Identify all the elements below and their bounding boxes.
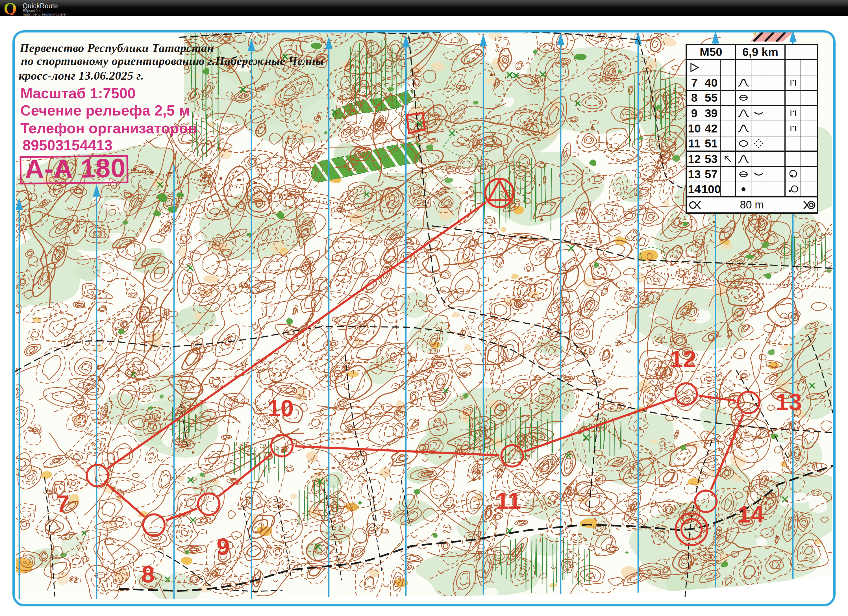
quickroute-window: Q QuickRoute Версия 2.4 matstroeng.se/qu…	[0, 0, 848, 616]
symbol-shallow-icon	[753, 108, 764, 119]
card-row-cell	[801, 167, 817, 182]
card-row-cell	[721, 167, 736, 182]
symbol-depression-icon	[738, 169, 749, 180]
card-row-cell	[721, 106, 736, 121]
symbol-hill-icon	[738, 153, 749, 165]
course-stamp-box: А-А 180	[19, 155, 128, 185]
card-row-cell	[786, 167, 801, 182]
card-row-cell: 9	[687, 106, 702, 121]
symbol-fence-icon	[787, 77, 799, 89]
card-row-cell	[801, 182, 817, 197]
card-row-cell: 57	[702, 167, 721, 182]
funnel-distance: 80 m	[740, 199, 763, 211]
symbol-dotted-diamond-icon	[753, 138, 764, 149]
symbol-dot-circle-icon	[787, 184, 799, 195]
course-stamp-text: А-А 180	[25, 153, 126, 184]
card-row-cell	[752, 182, 766, 197]
control-number: 13	[775, 389, 802, 415]
class-label: М50	[700, 46, 722, 59]
card-row-cell	[736, 76, 752, 91]
control-number: 12	[670, 346, 696, 372]
card-row-cell	[766, 76, 786, 91]
card-row-cell	[786, 121, 801, 136]
card-row-cell	[721, 91, 736, 106]
card-row-cell	[801, 91, 817, 106]
map-title-line-2: по спортивному ориентированию г.Набережн…	[21, 54, 324, 68]
card-row-cell: 13	[687, 167, 702, 182]
card-row-cell	[702, 60, 721, 76]
card-row-cell	[801, 60, 817, 76]
card-row-cell	[736, 106, 752, 121]
control-number: 8	[142, 561, 155, 588]
app-url: matstroeng.se/quickroute/en	[23, 12, 68, 16]
card-row-cell	[721, 136, 736, 152]
symbol-fence-icon	[787, 108, 799, 119]
card-row-cell	[786, 91, 801, 106]
card-class-cell: М50	[687, 45, 736, 60]
symbol-fence-icon	[787, 123, 799, 134]
card-row-cell	[786, 182, 801, 197]
card-row-cell: 100	[702, 182, 721, 197]
symbol-start-chevron-icon	[689, 198, 702, 212]
map-title-line-3: кросс-лонг 13.06.2025 г.	[19, 69, 144, 83]
card-footer: 80 m	[687, 197, 817, 212]
card-row-cell: 11	[687, 136, 702, 152]
card-row-cell	[766, 106, 786, 121]
card-row-cell	[721, 76, 736, 91]
symbol-ellipse-icon	[738, 138, 749, 149]
card-row-cell	[687, 60, 702, 76]
card-row-cell	[736, 167, 752, 182]
card-row-cell	[752, 91, 766, 106]
symbol-shallow-icon	[753, 169, 764, 180]
card-row-cell	[786, 106, 801, 121]
card-row-cell	[786, 76, 801, 91]
app-version: Версия 2.4	[23, 9, 41, 13]
card-row-cell	[736, 121, 752, 136]
control-number: 10	[267, 395, 294, 421]
map-title-line-1: Первенство Республики Татарстан	[20, 41, 214, 55]
control-description-card: М506,9 km7408559391042115112531357141008…	[686, 44, 818, 214]
card-row-cell	[721, 121, 736, 136]
map-phone-number: 89503154413	[22, 137, 113, 154]
card-row-cell	[736, 60, 752, 76]
card-row-cell	[736, 91, 752, 106]
card-row-cell	[766, 121, 786, 136]
card-row-cell: 10	[687, 121, 702, 136]
card-row-cell	[801, 106, 817, 121]
distance-label: 6,9 km	[742, 46, 778, 59]
card-row-cell	[752, 121, 766, 136]
card-row-cell: 53	[702, 152, 721, 167]
card-row-cell: 12	[687, 152, 702, 167]
symbol-arrow-nw-icon	[722, 153, 734, 165]
map-phone-label: Телефон организаторов	[20, 120, 197, 137]
card-row-cell	[752, 60, 766, 76]
map-scale-label: Масштаб 1:7500	[20, 85, 136, 102]
card-row-cell: 14	[687, 182, 702, 197]
card-row-cell: 39	[702, 106, 721, 121]
card-row-cell	[752, 167, 766, 182]
card-row-cell	[786, 152, 801, 167]
svg-text:Q: Q	[4, 1, 17, 15]
card-row-cell	[766, 182, 786, 197]
card-row-cell	[736, 136, 752, 152]
card-row-cell	[766, 136, 786, 152]
card-row-cell	[752, 106, 766, 121]
card-row-cell	[766, 91, 786, 106]
symbol-depression-icon	[738, 92, 749, 104]
card-row-cell	[801, 152, 817, 167]
card-row-cell	[786, 60, 801, 76]
symbol-hill-icon	[738, 77, 749, 89]
symbol-hill-icon	[738, 108, 749, 119]
card-row-cell	[766, 167, 786, 182]
card-row-cell	[801, 136, 817, 152]
card-header-empty	[786, 45, 817, 60]
card-distance-cell: 6,9 km	[736, 45, 786, 60]
card-row-cell	[721, 152, 736, 167]
card-row-cell	[786, 136, 801, 152]
card-row-cell	[752, 136, 766, 152]
map-contour-label: Сечение рельефа 2,5 м	[20, 102, 190, 119]
card-row-cell	[766, 60, 786, 76]
control-number: 9	[216, 533, 230, 560]
symbol-finish-chevron-icon	[802, 198, 815, 212]
card-row-cell	[752, 76, 766, 91]
